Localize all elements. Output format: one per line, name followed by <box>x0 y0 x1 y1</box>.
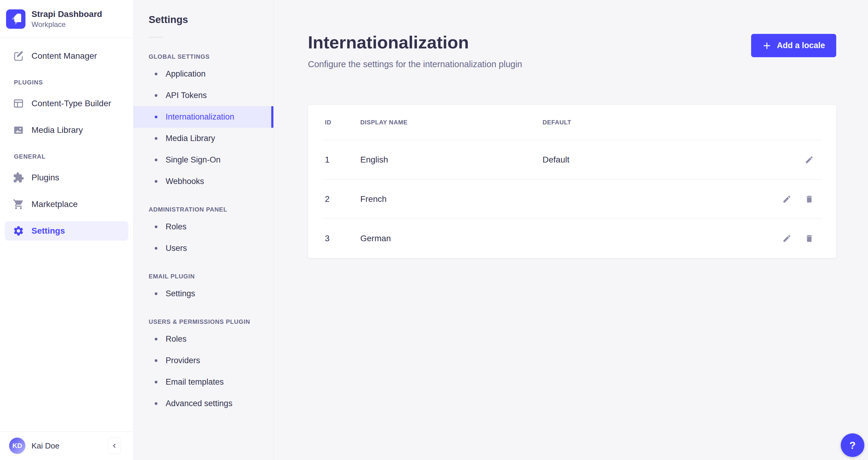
sidebar-item-media-library[interactable]: Media Library <box>5 121 128 140</box>
edit-locale-button[interactable] <box>802 153 816 167</box>
sidebar-item-label: Settings <box>31 226 65 236</box>
cell-display-name: English <box>360 155 542 165</box>
subnav-item-single-sign-on[interactable]: Single Sign-On <box>133 149 273 171</box>
subnav-item-email-templates[interactable]: Email templates <box>133 371 273 393</box>
pencil-icon <box>805 155 814 164</box>
subnav-item-internationalization[interactable]: Internationalization <box>133 106 273 128</box>
sidebar-footer: KD Kai Doe <box>0 431 133 460</box>
puzzle-icon <box>13 172 24 184</box>
page-title: Internationalization <box>308 33 522 52</box>
app-title: Strapi Dashboard <box>31 9 102 20</box>
pencil-icon <box>782 234 792 243</box>
subnav-item-api-tokens[interactable]: API Tokens <box>133 85 273 106</box>
bullet-icon <box>155 137 157 140</box>
user-name: Kai Doe <box>31 441 60 451</box>
bullet-icon <box>155 247 157 250</box>
bullet-icon <box>155 180 157 183</box>
layout-icon <box>13 98 24 109</box>
subnav-item-up-roles[interactable]: Roles <box>133 328 273 350</box>
bullet-icon <box>155 73 157 75</box>
main-navigation: Content Manager PLUGINS Content-Type Bui… <box>0 38 133 240</box>
subnav-title: Settings <box>149 14 273 25</box>
sidebar-item-label: Media Library <box>31 125 83 135</box>
delete-locale-button[interactable] <box>802 231 816 245</box>
sidebar-item-plugins[interactable]: Plugins <box>5 168 128 187</box>
sidebar-item-settings[interactable]: Settings <box>5 221 128 240</box>
edit-locale-button[interactable] <box>780 192 794 206</box>
sidebar-item-label: Marketplace <box>31 199 78 209</box>
main-content: Internationalization Configure the setti… <box>274 0 868 460</box>
subnav-item-advanced-settings[interactable]: Advanced settings <box>133 393 273 414</box>
nav-section-general: GENERAL <box>14 153 128 160</box>
subnav-section-users-permissions-plugin: USERS & PERMISSIONS PLUGIN <box>149 318 273 325</box>
sidebar-item-label: Content-Type Builder <box>31 99 111 108</box>
gear-icon <box>13 225 24 237</box>
chevron-left-icon <box>111 442 118 449</box>
column-header-display-name: DISPLAY NAME <box>360 119 542 126</box>
bullet-icon <box>155 381 157 384</box>
table-row: 3 German <box>322 219 822 258</box>
workspace-header[interactable]: Strapi Dashboard Workplace <box>0 0 133 37</box>
bullet-icon <box>155 359 157 362</box>
help-button[interactable]: ? <box>841 433 864 457</box>
workspace-name: Workplace <box>31 20 102 29</box>
add-locale-button[interactable]: Add a locale <box>751 34 836 57</box>
table-row: 1 English Default <box>322 140 822 179</box>
bullet-icon <box>155 159 157 161</box>
edit-locale-button[interactable] <box>780 231 794 245</box>
cell-display-name: German <box>360 234 542 243</box>
subnav-section-email-plugin: EMAIL PLUGIN <box>149 273 273 280</box>
bullet-icon <box>155 116 157 118</box>
image-icon <box>13 124 24 136</box>
table-header-row: ID DISPLAY NAME DEFAULT <box>322 105 822 140</box>
cell-id: 1 <box>322 155 360 165</box>
sidebar-item-content-type-builder[interactable]: Content-Type Builder <box>5 94 128 113</box>
pencil-icon <box>782 195 792 204</box>
subnav-item-webhooks[interactable]: Webhooks <box>133 171 273 192</box>
avatar[interactable]: KD <box>9 437 25 454</box>
subnav-item-roles[interactable]: Roles <box>133 216 273 237</box>
strapi-logo-icon <box>6 9 25 29</box>
plus-icon <box>762 41 771 50</box>
column-header-default: DEFAULT <box>542 119 822 126</box>
subnav-item-email-settings[interactable]: Settings <box>133 283 273 304</box>
subnav-section-global-settings: GLOBAL SETTINGS <box>149 53 273 60</box>
trash-icon <box>805 195 814 204</box>
app-sidebar: Strapi Dashboard Workplace Content Manag… <box>0 0 133 460</box>
bullet-icon <box>155 292 157 295</box>
page-subtitle: Configure the settings for the internati… <box>308 59 522 69</box>
bullet-icon <box>155 94 157 97</box>
subnav-item-providers[interactable]: Providers <box>133 350 273 371</box>
bullet-icon <box>155 226 157 228</box>
cell-id: 2 <box>322 194 360 204</box>
subnav-section-administration-panel: ADMINISTRATION PANEL <box>149 206 273 213</box>
divider <box>149 37 163 37</box>
cart-icon <box>13 199 24 210</box>
trash-icon <box>805 234 814 243</box>
sidebar-item-label: Plugins <box>31 173 59 183</box>
settings-subnav: Settings GLOBAL SETTINGS Application API… <box>133 0 274 460</box>
collapse-sidebar-button[interactable] <box>108 437 121 454</box>
sidebar-item-marketplace[interactable]: Marketplace <box>5 195 128 214</box>
add-locale-label: Add a locale <box>777 41 825 50</box>
page-header: Internationalization Configure the setti… <box>274 0 868 69</box>
pen-square-icon <box>13 50 24 62</box>
delete-locale-button[interactable] <box>802 192 816 206</box>
subnav-item-users[interactable]: Users <box>133 237 273 259</box>
cell-default: Default <box>542 155 802 165</box>
sidebar-item-content-manager[interactable]: Content Manager <box>5 46 128 66</box>
nav-section-plugins: PLUGINS <box>14 79 128 86</box>
subnav-item-application[interactable]: Application <box>133 63 273 85</box>
cell-display-name: French <box>360 194 542 204</box>
bullet-icon <box>155 338 157 340</box>
table-row: 2 French <box>322 179 822 219</box>
column-header-id: ID <box>322 119 360 126</box>
bullet-icon <box>155 402 157 405</box>
subnav-item-media-library[interactable]: Media Library <box>133 128 273 149</box>
cell-id: 3 <box>322 234 360 243</box>
locales-table: ID DISPLAY NAME DEFAULT 1 English Defaul… <box>308 105 836 258</box>
sidebar-item-label: Content Manager <box>31 51 97 61</box>
